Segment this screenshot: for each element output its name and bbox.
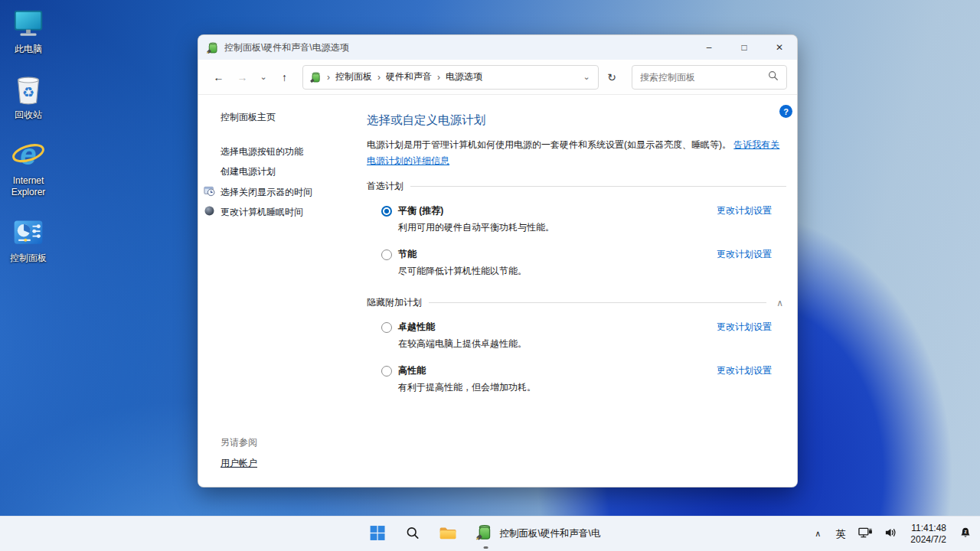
sleep-icon [204, 205, 215, 217]
change-plan-settings-link-high-performance[interactable]: 更改计划设置 [717, 364, 772, 377]
sidebar-item-user-accounts[interactable]: 用户帐户 [220, 458, 257, 468]
desktop: 此电脑 ♻ 回收站 e Internet Explorer [0, 0, 980, 551]
desktop-icon-label: 控制面板 [10, 253, 47, 264]
plan-power-saver: 节能 更改计划设置 尽可能降低计算机性能以节能。 [381, 248, 786, 278]
chevron-down-icon: ⌄ [260, 72, 266, 82]
svg-text:e: e [20, 138, 36, 171]
sidebar-item-label: 更改计算机睡眠时间 [220, 207, 303, 217]
change-plan-settings-link-balanced[interactable]: 更改计划设置 [717, 204, 772, 217]
power-options-icon [475, 523, 493, 544]
plan-description: 利用可用的硬件自动平衡功耗与性能。 [398, 221, 786, 234]
see-also-header: 另请参阅 [220, 436, 367, 449]
recent-pages-button[interactable]: ⌄ [256, 67, 271, 88]
ime-indicator[interactable]: 英 [831, 519, 851, 549]
window-titlebar[interactable]: 控制面板\硬件和声音\电源选项 – □ ✕ [198, 35, 797, 60]
desktop-icon-control-panel[interactable]: 控制面板 [2, 215, 55, 264]
section-title: 隐藏附加计划 [367, 296, 422, 309]
taskbar-app-label: 控制面板\硬件和声音\电 [500, 527, 601, 540]
radio-ultimate-performance[interactable] [381, 322, 392, 333]
desktop-icon-recycle-bin[interactable]: ♻ 回收站 [2, 72, 55, 121]
change-plan-settings-link-ultimate[interactable]: 更改计划设置 [717, 321, 772, 334]
system-tray: ∧ 英 [808, 517, 975, 551]
maximize-button[interactable]: □ [727, 35, 762, 60]
address-bar[interactable]: › 控制面板 › 硬件和声音 › 电源选项 ⌄ [302, 65, 599, 90]
folder-icon [439, 526, 456, 543]
section-hidden-plans: 隐藏附加计划 ∧ [367, 296, 786, 309]
plan-description: 有利于提高性能，但会增加功耗。 [398, 381, 786, 394]
plan-name: 卓越性能 [398, 321, 435, 334]
plan-description: 尽可能降低计算机性能以节能。 [398, 265, 786, 278]
refresh-button[interactable]: ↻ [602, 67, 622, 88]
plan-name: 平衡 (推荐) [398, 204, 443, 217]
network-button[interactable] [854, 519, 877, 549]
volume-button[interactable] [880, 519, 901, 549]
file-explorer-button[interactable] [433, 519, 463, 549]
minimize-icon: – [707, 42, 712, 53]
breadcrumb-control-panel[interactable]: 控制面板 [335, 70, 372, 83]
svg-text:♻: ♻ [22, 85, 34, 100]
sidebar-item-create-power-plan[interactable]: 创建电源计划 [198, 161, 367, 181]
search-icon [405, 526, 420, 543]
change-plan-settings-link-power-saver[interactable]: 更改计划设置 [717, 248, 772, 261]
sidebar-item-power-button-function[interactable]: 选择电源按钮的功能 [198, 142, 367, 161]
sidebar-item-change-sleep-time[interactable]: 更改计算机睡眠时间 [198, 202, 367, 222]
section-preferred-plans: 首选计划 [367, 180, 786, 193]
close-button[interactable]: ✕ [762, 35, 797, 60]
desktop-icon-label: 此电脑 [15, 44, 42, 55]
clock[interactable]: 11:41:48 2024/7/2 [905, 519, 952, 549]
forward-button[interactable]: → [232, 67, 253, 88]
tray-overflow-button[interactable]: ∧ [808, 519, 827, 549]
sidebar-task-list: 选择电源按钮的功能 创建电源计划 [198, 142, 367, 223]
address-dropdown-icon[interactable]: ⌄ [578, 72, 595, 82]
radio-balanced[interactable] [381, 206, 392, 217]
internet-explorer-icon: e [11, 138, 46, 173]
desktop-icon-this-pc[interactable]: 此电脑 [2, 6, 55, 55]
desktop-icon-label: 回收站 [15, 109, 42, 121]
search-box[interactable] [632, 65, 787, 90]
breadcrumb-power-options[interactable]: 电源选项 [446, 70, 482, 83]
section-title: 首选计划 [367, 180, 403, 193]
search-icon [768, 70, 779, 84]
desktop-icon-column: 此电脑 ♻ 回收站 e Internet Explorer [2, 6, 55, 264]
help-button[interactable]: ? [779, 105, 792, 118]
collapse-section-button[interactable]: ∧ [773, 298, 786, 308]
up-button[interactable]: ↑ [274, 67, 295, 88]
description-text: 电源计划是用于管理计算机如何使用电源的一套硬件和系统设置(如显示器亮度、睡眠等)… [367, 139, 731, 150]
taskbar-app-power-options[interactable]: 控制面板\硬件和声音\电 [468, 519, 609, 549]
sidebar-item-label: 选择电源按钮的功能 [220, 146, 303, 157]
search-input[interactable] [640, 72, 768, 83]
taskbar-search-button[interactable] [397, 519, 428, 549]
section-divider [410, 186, 786, 187]
desktop-icon-label: Internet Explorer [2, 175, 55, 198]
back-button[interactable]: ← [208, 67, 229, 88]
chevron-up-icon: ∧ [776, 298, 783, 308]
windows-logo-icon [369, 525, 385, 543]
ime-label: 英 [836, 527, 846, 541]
sidebar-item-label: 创建电源计划 [220, 166, 276, 177]
plan-description: 在较高端电脑上提供卓越性能。 [398, 337, 786, 350]
sidebar: 控制面板主页 选择电源按钮的功能 创建电源计划 [198, 95, 367, 487]
start-button[interactable] [362, 519, 393, 549]
desktop-icon-internet-explorer[interactable]: e Internet Explorer [2, 138, 55, 198]
svg-text:z: z [964, 529, 966, 534]
radio-power-saver[interactable] [381, 249, 392, 260]
sidebar-item-control-panel-home[interactable]: 控制面板主页 [220, 111, 367, 124]
minimize-button[interactable]: – [691, 35, 727, 60]
forward-icon: → [237, 71, 248, 83]
sidebar-item-choose-display-off-time[interactable]: 选择关闭显示器的时间 [198, 182, 367, 202]
power-options-icon [309, 71, 322, 83]
window-content: ? 控制面板主页 选择电源按钮的功能 创建电源计划 [198, 95, 797, 487]
breadcrumb-hardware-and-sound[interactable]: 硬件和声音 [386, 70, 432, 83]
this-pc-icon [11, 6, 46, 41]
breadcrumb-separator-icon: › [377, 72, 381, 83]
control-panel-icon [11, 215, 46, 250]
page-description: 电源计划是用于管理计算机如何使用电源的一套硬件和系统设置(如显示器亮度、睡眠等)… [367, 137, 786, 169]
up-icon: ↑ [282, 71, 287, 83]
notification-bell-button[interactable]: z [956, 519, 975, 549]
plan-ultimate-performance: 卓越性能 更改计划设置 在较高端电脑上提供卓越性能。 [381, 321, 786, 350]
bell-z-icon: z [959, 527, 972, 541]
plan-name: 节能 [398, 248, 416, 261]
back-icon: ← [214, 71, 224, 83]
radio-high-performance[interactable] [381, 366, 392, 377]
window-controls: – □ ✕ [691, 35, 797, 60]
